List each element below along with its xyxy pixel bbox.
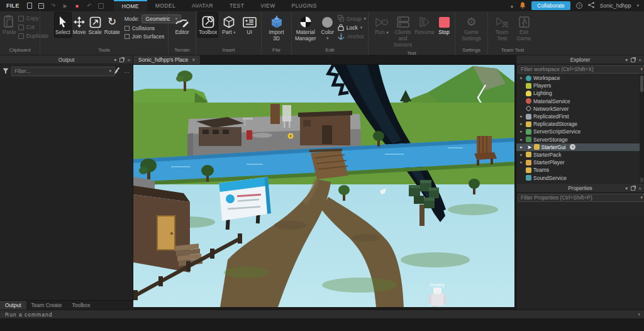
tree-item-materialservice[interactable]: MaterialService <box>516 98 644 105</box>
properties-filter-caret-icon[interactable]: ▾ <box>640 195 643 200</box>
bottom-tab-team-create[interactable]: Team Create <box>26 301 67 310</box>
group-button[interactable]: Group ▾ <box>338 15 366 23</box>
tree-item-starterpack[interactable]: ▸StarterPack <box>516 151 644 159</box>
move-tool-button[interactable]: Move <box>72 13 87 37</box>
paste-button[interactable]: Paste <box>2 13 17 37</box>
dummy-name-label: Dummy <box>430 283 445 288</box>
properties-filter-input[interactable] <box>518 194 644 202</box>
ui-button[interactable]: UI <box>240 13 259 37</box>
undo-icon[interactable]: ↶ <box>86 2 93 9</box>
collaborate-button[interactable]: Collaborate <box>531 1 570 10</box>
viewport-3d-scene[interactable]: Dummy <box>133 65 514 307</box>
collapse-ribbon-icon[interactable]: ▲ <box>509 4 514 8</box>
place-document-tab[interactable]: Sonic_hdhpp's Place × <box>133 55 200 64</box>
part-dropdown-caret-icon[interactable]: ▾ <box>233 30 236 35</box>
tree-item-starterplayer[interactable]: ▸StarterPlayer <box>516 159 644 166</box>
command-bar-input[interactable] <box>5 311 638 318</box>
tab-plugins[interactable]: PLUGINS <box>284 0 325 11</box>
output-panel-header[interactable]: Output ▾ × <box>0 55 133 64</box>
color-dropdown-caret-icon[interactable]: ▾ <box>326 36 329 41</box>
file-menu-button[interactable]: FILE <box>0 3 26 9</box>
add-instance-icon[interactable]: + <box>570 144 575 150</box>
tab-close-icon[interactable]: × <box>192 57 195 63</box>
copy-icon <box>18 16 24 21</box>
explorer-collapse-caret-icon[interactable]: ▾ <box>625 57 628 63</box>
anchor-button[interactable]: ⚓ Anchor <box>338 33 366 40</box>
dummy-character[interactable]: Dummy <box>428 283 447 307</box>
rotate-tool-button[interactable]: ↻ Rotate <box>104 13 121 37</box>
properties-panel-header[interactable]: Properties ▾ × <box>516 184 644 193</box>
tab-view[interactable]: VIEW <box>252 0 283 11</box>
share-icon[interactable] <box>588 2 594 9</box>
new-file-icon[interactable] <box>26 2 33 9</box>
output-more-options-icon[interactable]: … <box>124 68 130 74</box>
stop-button[interactable]: Stop <box>435 13 453 37</box>
tree-item-workspace[interactable]: ▸Workspace <box>516 74 644 82</box>
tree-item-serverscriptservice[interactable]: ▸ServerScriptService <box>516 128 644 135</box>
explorer-filter-input[interactable] <box>518 65 644 74</box>
color-circle-icon <box>321 14 333 30</box>
tab-test[interactable]: TEST <box>221 0 252 11</box>
material-sphere-icon <box>299 14 312 30</box>
tab-home[interactable]: HOME <box>114 0 147 11</box>
bottom-tab-output[interactable]: Output <box>0 301 26 310</box>
tab-avatar[interactable]: AVATAR <box>184 0 221 11</box>
lock-button[interactable]: Lock ▾ <box>338 24 366 31</box>
terrain-editor-button[interactable]: Editor <box>172 13 193 37</box>
explorer-filter-caret-icon[interactable]: ▾ <box>640 67 643 72</box>
command-bar-grip[interactable]: ⋮ <box>0 312 5 317</box>
funnel-icon[interactable] <box>3 65 9 77</box>
tree-item-serverstorage[interactable]: ▸ServerStorage <box>516 136 644 143</box>
import-3d-button[interactable]: Import 3D <box>266 13 287 43</box>
notifications-bell-icon[interactable] <box>519 2 526 10</box>
select-tool-button[interactable]: Select <box>55 13 71 37</box>
tree-item-lighting[interactable]: Lighting <box>516 89 644 97</box>
help-icon[interactable]: ? <box>576 3 582 9</box>
tree-item-replicatedfirst[interactable]: ▸ReplicatedFirst <box>516 113 644 120</box>
explorer-scrollbar[interactable] <box>640 74 644 184</box>
properties-popout-icon[interactable] <box>631 186 635 191</box>
properties-body[interactable] <box>516 215 644 310</box>
username-label[interactable]: Sonic_hdhpp <box>600 3 631 9</box>
tree-item-soundservice[interactable]: SoundService <box>516 174 644 181</box>
play-icon[interactable]: ▶ <box>62 2 69 9</box>
part-button[interactable]: Part ▾ <box>219 13 238 37</box>
properties-close-icon[interactable]: × <box>638 186 641 191</box>
open-file-icon[interactable] <box>38 2 45 9</box>
explorer-popout-icon[interactable] <box>631 58 635 62</box>
exit-game-button[interactable]: Exit Game <box>514 13 534 43</box>
output-filter-caret-icon[interactable]: ▾ <box>109 69 111 74</box>
clients-servers-button[interactable]: Clients and Servers <box>392 13 414 49</box>
tree-item-startergui[interactable]: ▸➤StarterGui+ <box>516 143 644 151</box>
save-icon[interactable] <box>97 2 105 9</box>
command-bar-caret-icon[interactable]: ▾ <box>638 312 644 317</box>
resume-button[interactable]: Resume <box>415 13 434 37</box>
group-insert: Toolbox Part ▾ UI Insert <box>196 11 262 55</box>
user-menu-caret-icon[interactable]: ▾ <box>636 3 639 8</box>
redo-icon[interactable]: ↷ <box>50 2 57 9</box>
team-test-button[interactable]: Team Test <box>491 13 513 43</box>
output-filter-input[interactable] <box>11 67 115 76</box>
output-collapse-caret-icon[interactable]: ▾ <box>114 57 116 63</box>
output-log-area[interactable] <box>0 79 133 300</box>
game-settings-button[interactable]: ⚙ Game Settings <box>459 13 484 43</box>
tab-model[interactable]: MODEL <box>147 0 184 11</box>
output-popout-icon[interactable] <box>119 58 124 62</box>
scale-tool-button[interactable]: Scale <box>87 13 102 37</box>
color-button[interactable]: Color▾ <box>319 13 336 42</box>
material-service-icon <box>526 98 531 104</box>
tree-item-teams[interactable]: Teams <box>516 166 644 174</box>
clear-output-broom-icon[interactable] <box>114 65 121 77</box>
run-button[interactable]: Run ▾ <box>373 13 391 37</box>
tree-item-replicatedstorage[interactable]: ▸ReplicatedStorage <box>516 120 644 128</box>
toolbox-button[interactable]: Toolbox <box>198 13 218 37</box>
tree-item-networkserver[interactable]: NetworkServer <box>516 105 644 113</box>
material-manager-button[interactable]: Material Manager <box>294 13 318 43</box>
tree-item-players[interactable]: Players <box>516 82 644 89</box>
output-close-icon[interactable]: × <box>127 57 130 63</box>
explorer-close-icon[interactable]: × <box>638 57 641 63</box>
stop-icon[interactable]: ■ <box>74 2 81 9</box>
explorer-panel-header[interactable]: Explorer ▾ × <box>516 55 644 64</box>
bottom-tab-toolbox[interactable]: Toolbox <box>67 301 95 310</box>
properties-collapse-caret-icon[interactable]: ▾ <box>625 186 628 191</box>
